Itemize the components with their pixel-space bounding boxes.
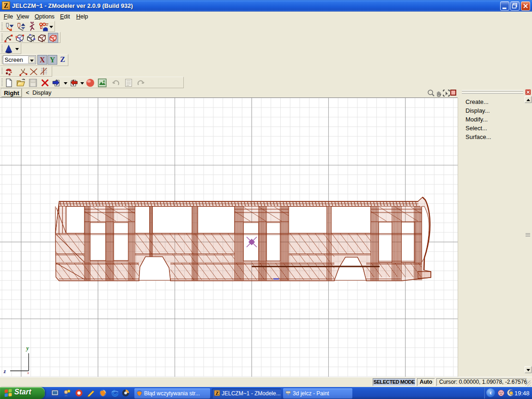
svg-text:x: x xyxy=(27,370,29,375)
svg-text:y: y xyxy=(25,345,29,351)
svg-text:Z: Z xyxy=(216,390,219,396)
svg-text:c: c xyxy=(103,79,105,83)
svg-text:z: z xyxy=(3,368,6,375)
